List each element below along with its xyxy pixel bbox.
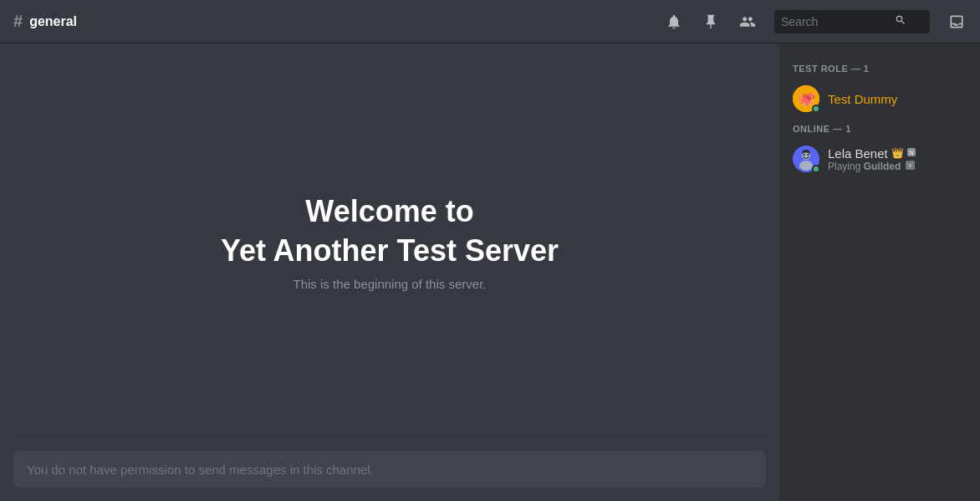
- avatar-wrapper-lela: [793, 146, 819, 172]
- svg-text:≡: ≡: [908, 162, 911, 168]
- members-sidebar: TEST ROLE — 1 🐙 Test Dummy ONLINE — 1: [779, 43, 980, 501]
- svg-point-6: [807, 154, 809, 156]
- member-name-lela: Lela Benet: [828, 146, 888, 161]
- role-group-header: TEST ROLE — 1: [786, 64, 973, 74]
- member-status-lela: Playing Guilded ≡: [828, 161, 916, 172]
- member-info-test-dummy: Test Dummy: [828, 92, 897, 106]
- members-icon: [739, 13, 756, 30]
- search-input[interactable]: [781, 15, 890, 28]
- header-icons: [664, 10, 967, 33]
- chat-divider: [13, 440, 766, 441]
- chat-input-area: You do not have permission to send messa…: [0, 451, 779, 501]
- header: # general: [0, 0, 980, 43]
- chat-no-permission: You do not have permission to send messa…: [13, 451, 766, 488]
- search-icon: [895, 14, 906, 28]
- nitro-icon: N: [906, 147, 916, 159]
- welcome-subtitle: This is the beginning of this server.: [293, 277, 487, 291]
- svg-point-4: [799, 161, 813, 171]
- chat-messages: Welcome to Yet Another Test Server This …: [0, 43, 779, 440]
- member-item-test-dummy[interactable]: 🐙 Test Dummy: [786, 80, 973, 117]
- lela-name-row: Lela Benet 👑 N: [828, 146, 916, 161]
- svg-point-5: [803, 154, 804, 156]
- online-group-header: ONLINE — 1: [786, 124, 973, 134]
- status-dot-test-dummy: [812, 105, 820, 113]
- status-dot-lela: [812, 165, 820, 173]
- game-name: Guilded: [864, 161, 901, 172]
- bell-icon: [666, 13, 682, 30]
- inbox-icon: [948, 13, 965, 30]
- nitro-badge: ≡: [906, 161, 915, 172]
- crown-icon: 👑: [891, 147, 904, 159]
- search-bar[interactable]: [774, 10, 930, 33]
- member-item-lela-benet[interactable]: Lela Benet 👑 N Playing Guilded: [786, 141, 973, 177]
- pinned-messages-button[interactable]: [701, 12, 721, 32]
- channel-name: general: [29, 14, 77, 29]
- svg-text:N: N: [909, 150, 913, 156]
- pin-icon: [702, 13, 719, 30]
- inbox-button[interactable]: [947, 12, 967, 32]
- welcome-title: Welcome to Yet Another Test Server: [221, 192, 559, 271]
- chat-area: Welcome to Yet Another Test Server This …: [0, 43, 779, 501]
- main-area: Welcome to Yet Another Test Server This …: [0, 43, 980, 501]
- avatar-wrapper-test-dummy: 🐙: [793, 85, 819, 112]
- channel-hash-icon: #: [13, 12, 23, 31]
- member-info-lela: Lela Benet 👑 N Playing Guilded: [828, 146, 916, 172]
- notifications-button[interactable]: [664, 12, 684, 32]
- member-list-button[interactable]: [738, 12, 758, 32]
- member-name-test-dummy: Test Dummy: [828, 92, 897, 106]
